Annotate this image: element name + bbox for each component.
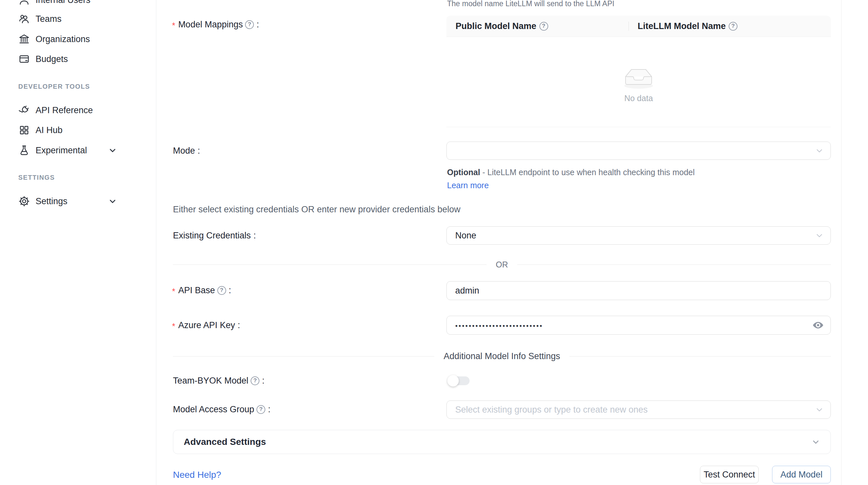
required-asterisk: * — [172, 21, 175, 31]
sidebar-item-organizations[interactable]: Organizations — [0, 32, 156, 46]
required-asterisk: * — [172, 286, 175, 296]
table-header-row: Public Model Name ? LiteLLM Model Name ? — [446, 15, 831, 37]
or-divider-text: OR — [487, 260, 517, 269]
help-circle-icon[interactable]: ? — [539, 22, 548, 31]
sidebar-item-label: Teams — [36, 14, 62, 24]
content-right-divider — [841, 0, 842, 485]
help-circle-icon[interactable]: ? — [728, 22, 738, 31]
sidebar-section-settings: SETTINGS — [18, 173, 55, 181]
empty-state: No data — [619, 64, 658, 103]
existing-credentials-label: Existing Credentials: — [173, 230, 256, 241]
table-header-litellm-model-name: LiteLLM Model Name ? — [628, 15, 831, 36]
divider-line — [173, 264, 487, 265]
users-icon — [18, 13, 30, 25]
model-mappings-table: Public Model Name ? LiteLLM Model Name ?… — [446, 15, 831, 127]
mode-help-text: Optional - LiteLLM endpoint to use when … — [447, 166, 705, 192]
sidebar-section-developer-tools: DEVELOPER TOOLS — [18, 83, 90, 90]
or-divider: OR — [173, 260, 831, 269]
empty-inbox-icon — [619, 64, 658, 90]
credit-card-icon — [18, 53, 30, 65]
plug-icon — [18, 104, 30, 116]
sidebar-item-settings[interactable]: Settings — [0, 194, 156, 208]
sidebar-item-label: API Reference — [36, 105, 93, 116]
advanced-settings-title: Advanced Settings — [184, 437, 266, 447]
model-access-group-placeholder: Select existing groups or type to create… — [455, 405, 648, 415]
column-divider — [628, 22, 629, 31]
help-circle-icon[interactable]: ? — [217, 286, 226, 295]
masked-password-value: •••••••••••••••••••••••••• — [455, 322, 543, 330]
chevron-down-icon — [811, 438, 820, 446]
chevron-down-icon[interactable] — [108, 146, 117, 155]
sidebar-item-teams[interactable]: Teams — [0, 12, 156, 26]
sidebar-item-label: Internal Users — [36, 0, 90, 5]
test-connect-button[interactable]: Test Connect — [700, 466, 759, 483]
api-base-label: * API Base ? : — [172, 285, 231, 296]
chevron-down-icon[interactable] — [108, 197, 117, 205]
team-byok-toggle[interactable] — [447, 375, 470, 387]
model-access-group-select[interactable]: Select existing groups or type to create… — [446, 400, 831, 419]
eye-icon[interactable] — [812, 319, 824, 331]
grid-icon — [18, 124, 30, 136]
need-help-link[interactable]: Need Help? — [173, 470, 221, 480]
help-circle-icon[interactable]: ? — [251, 377, 259, 385]
bank-icon — [18, 33, 30, 45]
user-icon — [18, 0, 30, 6]
team-byok-label: Team-BYOK Model ? : — [173, 375, 265, 386]
chevron-down-icon — [815, 147, 823, 155]
chevron-down-icon — [815, 232, 823, 239]
gear-icon — [18, 195, 30, 207]
sidebar-item-api-reference[interactable]: API Reference — [0, 103, 156, 118]
sidebar-item-experimental[interactable]: Experimental — [0, 143, 156, 158]
mode-select[interactable] — [446, 141, 831, 160]
help-circle-icon[interactable]: ? — [245, 20, 254, 29]
table-header-public-model-name: Public Model Name ? — [446, 15, 628, 36]
divider-line — [173, 356, 434, 356]
sidebar-item-ai-hub[interactable]: AI Hub — [0, 123, 156, 137]
sidebar-item-label: Settings — [36, 196, 67, 206]
advanced-settings-panel[interactable]: Advanced Settings — [173, 430, 831, 454]
additional-settings-divider: Additional Model Info Settings — [173, 352, 831, 361]
azure-api-key-input[interactable]: •••••••••••••••••••••••••• — [446, 316, 831, 335]
toggle-knob — [447, 375, 459, 387]
api-base-input[interactable]: admin — [446, 281, 831, 300]
empty-text: No data — [619, 94, 658, 103]
existing-credentials-select[interactable]: None — [446, 226, 831, 245]
table-body: No data — [446, 37, 831, 127]
chevron-down-icon — [815, 406, 823, 414]
sidebar-item-label: Organizations — [36, 34, 90, 44]
required-asterisk: * — [172, 321, 175, 331]
divider-line — [569, 356, 831, 356]
sidebar: Internal Users Teams Organizations Budge… — [0, 0, 156, 485]
existing-credentials-value: None — [455, 231, 476, 241]
model-mappings-label: * Model Mappings ? : — [172, 19, 259, 30]
flask-icon — [18, 144, 30, 156]
model-name-hint: The model name LiteLLM will send to the … — [447, 0, 615, 8]
learn-more-link[interactable]: Learn more — [447, 181, 489, 190]
divider-line — [517, 264, 831, 265]
sidebar-item-budgets[interactable]: Budgets — [0, 52, 156, 66]
sidebar-item-label: AI Hub — [36, 125, 63, 135]
help-circle-icon[interactable]: ? — [256, 405, 265, 414]
sidebar-item-label: Budgets — [36, 54, 68, 64]
mode-label: Mode: — [173, 145, 200, 156]
azure-api-key-label: * Azure API Key : — [172, 320, 240, 331]
credentials-hint: Either select existing credentials OR en… — [173, 204, 460, 215]
model-access-group-label: Model Access Group ? : — [173, 404, 271, 415]
sidebar-item-label: Experimental — [36, 146, 87, 156]
add-model-button[interactable]: Add Model — [772, 466, 831, 483]
additional-settings-divider-text: Additional Model Info Settings — [434, 351, 569, 361]
api-base-value: admin — [455, 286, 479, 296]
sidebar-item-internal-users[interactable]: Internal Users — [0, 0, 156, 7]
